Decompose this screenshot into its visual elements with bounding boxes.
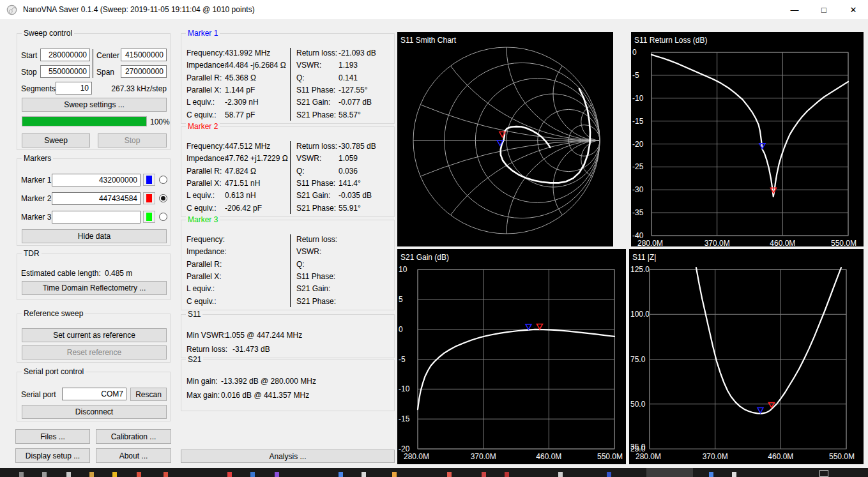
taskbar-icon-fragment[interactable]: [392, 472, 397, 477]
marker-3-radio[interactable]: [159, 213, 167, 221]
close-button[interactable]: ✕: [839, 0, 868, 19]
s11-z-chart[interactable]: S11 |Z|125.0100.075.050.0280.0M370.0M460…: [629, 249, 864, 464]
taskbar-icon-fragment[interactable]: [164, 472, 168, 477]
marker-field-label: Frequency:: [187, 49, 225, 57]
serial-port-input[interactable]: [62, 388, 126, 400]
display-setup-button[interactable]: Display setup ...: [15, 448, 90, 463]
marker-field-label: C equiv.:: [187, 297, 216, 306]
svg-text:0: 0: [399, 325, 403, 334]
marker-field-label: L equiv.:: [187, 191, 215, 200]
marker-1-label: Marker 1: [21, 176, 51, 185]
minimize-button[interactable]: —: [780, 0, 809, 19]
taskbar-icon-fragment[interactable]: [19, 472, 24, 477]
marker-field-label: VSWR:: [296, 247, 321, 256]
app-icon: [6, 4, 17, 15]
tdr-group-label: TDR: [22, 249, 42, 259]
min-vswr-label: Min VSWR:: [187, 331, 226, 340]
svg-text:460.0M: 460.0M: [770, 239, 795, 246]
svg-text:460.0M: 460.0M: [768, 452, 793, 461]
hide-data-button[interactable]: Hide data: [22, 229, 167, 243]
svg-text:460.0M: 460.0M: [536, 452, 561, 461]
sweep-settings-button[interactable]: Sweep settings ...: [22, 98, 167, 112]
taskbar-icon-fragment[interactable]: [447, 472, 452, 477]
analysis-button[interactable]: Analysis ...: [181, 450, 395, 463]
svg-text:-10: -10: [632, 94, 644, 103]
marker-field-value: 447.512 MHz: [225, 142, 270, 151]
s11-smith-chart-chart[interactable]: S11 Smith Chart: [397, 32, 613, 246]
taskbar[interactable]: [0, 468, 868, 477]
s21-gain-db-chart[interactable]: S21 Gain (dB)1050-5-10-15-20280.0M370.0M…: [397, 249, 626, 464]
taskbar-icon-fragment[interactable]: [362, 472, 366, 477]
min-vswr-value: 1.055 @ 447.244 MHz: [225, 331, 302, 340]
maximize-button[interactable]: □: [809, 0, 839, 19]
step-size-text: 267.33 kHz/step: [94, 84, 167, 93]
reset-reference-button[interactable]: Reset reference: [22, 345, 167, 360]
taskbar-icon-fragment[interactable]: [42, 472, 47, 477]
stop-input[interactable]: [40, 65, 90, 78]
marker-field-value: 0.613 nH: [225, 191, 256, 200]
s11-return-loss-db-chart[interactable]: S11 Return Loss (dB)0-5-10-15-20-25-30-3…: [631, 32, 864, 246]
marker-1-frequency-input[interactable]: [52, 174, 141, 186]
marker-3-frequency-input[interactable]: [52, 211, 141, 223]
marker-field-label: Frequency:: [187, 235, 225, 244]
svg-text:-15: -15: [632, 117, 644, 126]
sweep-button[interactable]: Sweep: [22, 133, 90, 148]
rescan-button[interactable]: Rescan: [130, 388, 167, 401]
marker-1-radio[interactable]: [159, 176, 167, 184]
svg-text:550.0M: 550.0M: [831, 239, 857, 246]
set-reference-button[interactable]: Set current as reference: [22, 328, 167, 342]
taskbar-icon-fragment[interactable]: [137, 472, 141, 477]
taskbar-icon-fragment[interactable]: [709, 472, 713, 477]
disconnect-button[interactable]: Disconnect: [22, 405, 167, 419]
taskbar-icon-fragment[interactable]: [275, 472, 279, 477]
window-controls: — □ ✕: [780, 0, 868, 19]
taskbar-tray-icon[interactable]: [819, 470, 828, 477]
taskbar-icon-fragment[interactable]: [482, 472, 486, 477]
span-input[interactable]: [121, 65, 167, 78]
marker-1-color-swatch[interactable]: [143, 174, 155, 186]
marker-field-label: C equiv.:: [187, 204, 216, 213]
marker-field-label: Parallel X:: [187, 272, 222, 281]
marker-2-radio[interactable]: [159, 194, 167, 202]
marker-field-label: S11 Phase:: [296, 272, 335, 281]
svg-text:550.0M: 550.0M: [597, 452, 623, 461]
stop-button[interactable]: Stop: [98, 133, 167, 148]
center-label: Center: [96, 51, 119, 60]
taskbar-icon-fragment[interactable]: [505, 472, 509, 477]
segments-input[interactable]: [56, 82, 92, 95]
marker-field-label: S11 Phase:: [296, 179, 335, 188]
calibration-button[interactable]: Calibration ...: [96, 429, 171, 444]
taskbar-icon-fragment[interactable]: [732, 472, 736, 477]
marker-1-panel: Marker 1Frequency:431.992 MHzImpedance:4…: [181, 33, 395, 124]
start-input[interactable]: [40, 49, 90, 61]
about-button[interactable]: About ...: [96, 448, 171, 463]
taskbar-icon-fragment[interactable]: [339, 472, 343, 477]
center-input[interactable]: [121, 49, 167, 61]
s11-stats-group: S11 Min VSWR: 1.055 @ 447.244 MHz Return…: [181, 314, 395, 358]
taskbar-icon-fragment[interactable]: [558, 472, 563, 477]
marker-1-color: [146, 176, 152, 184]
marker-field-value: -30.785 dB: [339, 142, 376, 151]
taskbar-active-app[interactable]: [646, 468, 693, 477]
marker-2-color-swatch[interactable]: [143, 192, 155, 204]
taskbar-icon-fragment[interactable]: [250, 472, 255, 477]
svg-text:-35: -35: [632, 208, 644, 217]
svg-text:125.0: 125.0: [630, 265, 650, 274]
marker-field-label: Parallel R:: [187, 73, 222, 82]
marker-field-label: VSWR:: [296, 154, 321, 163]
titlebar[interactable]: NanoVNA Saver 0.1.4 (Sweep: 2019-11-05 1…: [0, 0, 868, 19]
marker-3-color-swatch[interactable]: [143, 211, 155, 223]
marker-2-frequency-input[interactable]: [52, 192, 141, 205]
marker-2-label: Marker 2: [21, 194, 51, 203]
taskbar-icon-fragment[interactable]: [112, 472, 117, 477]
marker-field-value: -127.55°: [339, 86, 368, 95]
taskbar-icon-fragment[interactable]: [607, 472, 611, 477]
files-button[interactable]: Files ...: [15, 429, 90, 444]
taskbar-icon-fragment[interactable]: [227, 472, 232, 477]
cable-length-value: 0.485 m: [105, 269, 132, 278]
taskbar-icon-fragment[interactable]: [66, 472, 71, 477]
taskbar-icon-fragment[interactable]: [89, 472, 94, 477]
span-label: Span: [96, 68, 114, 77]
tdr-button[interactable]: Time Domain Reflectometry ...: [22, 281, 167, 295]
progress-percent-text: 100%: [150, 117, 170, 126]
